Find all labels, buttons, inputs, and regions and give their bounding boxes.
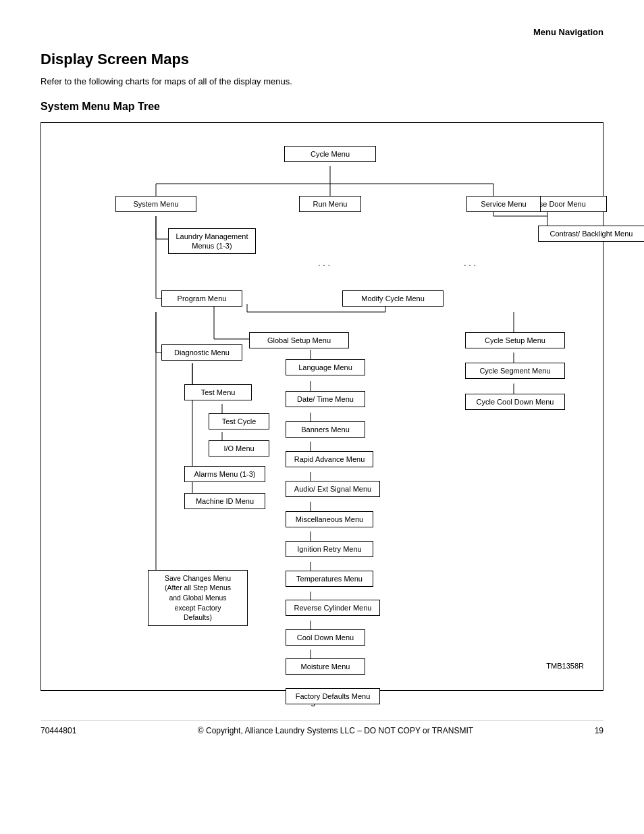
- node-machine-id-menu: Machine ID Menu: [184, 493, 265, 509]
- tmb-label: TMB1358R: [546, 662, 584, 670]
- node-program-menu: Program Menu: [161, 290, 242, 307]
- tree-container: Cycle Menu Close Door Menu Run Menu Serv…: [48, 136, 596, 677]
- node-io-menu: I/O Menu: [209, 440, 269, 457]
- footer-center: © Copyright, Alliance Laundry Systems LL…: [198, 726, 473, 735]
- node-laundry-mgmt: Laundry Management Menus (1-3): [168, 228, 256, 255]
- node-ignition-retry-menu: Ignition Retry Menu: [286, 541, 373, 557]
- node-modify-cycle-menu: Modify Cycle Menu: [342, 290, 444, 307]
- node-rapid-advance-menu: Rapid Advance Menu: [286, 451, 373, 467]
- node-system-menu: System Menu: [115, 196, 196, 212]
- node-test-menu: Test Menu: [184, 384, 252, 400]
- node-reverse-cylinder-menu: Reverse Cylinder Menu: [286, 600, 380, 616]
- header-right: Menu Navigation: [41, 27, 603, 37]
- node-cycle-cooldown-menu: Cycle Cool Down Menu: [465, 394, 565, 410]
- intro-text: Refer to the following charts for maps o…: [41, 75, 603, 88]
- node-cycle-segment-menu: Cycle Segment Menu: [465, 363, 565, 379]
- dots1: . . .: [318, 258, 330, 268]
- node-misc-menu: Miscellaneous Menu: [286, 511, 373, 527]
- node-test-cycle: Test Cycle: [209, 413, 269, 429]
- header-text: Menu Navigation: [533, 27, 603, 37]
- node-datetime-menu: Date/ Time Menu: [286, 391, 365, 407]
- section-title: System Menu Map Tree: [41, 101, 603, 113]
- node-alarms-menu: Alarms Menu (1-3): [184, 466, 265, 482]
- footer-left: 70444801: [41, 726, 76, 735]
- node-factory-defaults-menu: Factory Defaults Menu: [286, 688, 380, 704]
- footer: 70444801 © Copyright, Alliance Laundry S…: [41, 720, 603, 735]
- node-run-menu: Run Menu: [299, 196, 361, 212]
- footer-right: 19: [595, 726, 603, 735]
- node-cycle-menu: Cycle Menu: [284, 146, 376, 162]
- node-contrast-menu: Contrast/ Backlight Menu: [538, 226, 644, 242]
- node-diagnostic-menu: Diagnostic Menu: [161, 344, 242, 361]
- node-cycle-setup-menu: Cycle Setup Menu: [465, 332, 565, 348]
- node-moisture-menu: Moisture Menu: [286, 658, 365, 675]
- node-service-menu: Service Menu: [466, 196, 541, 212]
- dots2: . . .: [464, 258, 476, 268]
- node-global-setup-menu: Global Setup Menu: [249, 332, 349, 348]
- node-cooldown-menu: Cool Down Menu: [286, 629, 365, 646]
- page-title: Display Screen Maps: [41, 51, 603, 68]
- node-save-changes-menu: Save Changes Menu (After all Step Menus …: [148, 570, 248, 626]
- node-audio-menu: Audio/ Ext Signal Menu: [286, 481, 380, 497]
- page: Menu Navigation Display Screen Maps Refe…: [0, 0, 644, 834]
- diagram-box: Cycle Menu Close Door Menu Run Menu Serv…: [41, 122, 603, 691]
- node-language-menu: Language Menu: [286, 359, 365, 375]
- node-temperatures-menu: Temperatures Menu: [286, 571, 373, 587]
- node-banners-menu: Banners Menu: [286, 421, 365, 438]
